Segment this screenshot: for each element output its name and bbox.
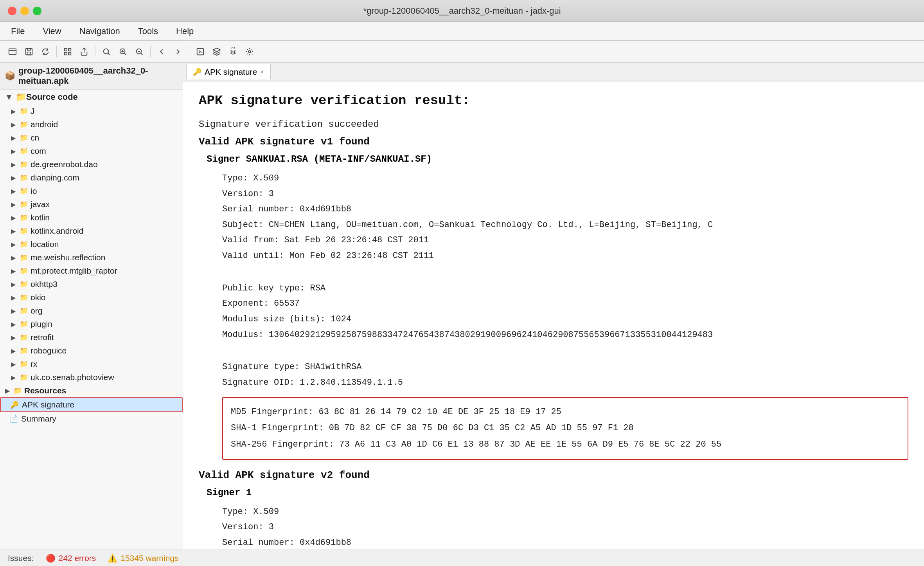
tree-item-roboguice[interactable]: ▶ 📁 roboguice [0,344,183,357]
separator-1 [56,46,57,57]
type-line: Type: X.509 [222,171,908,186]
tree-item-me-weishu[interactable]: ▶ 📁 me.weishu.reflection [0,251,183,264]
sig-oid-line: Signature OID: 1.2.840.113549.1.1.5 [222,375,908,391]
v2-serial-line: Serial number: 0x4d691bb8 [222,535,908,550]
content-title: APK signature verification result: [199,93,908,108]
fingerprint-box: MD5 Fingerprint: 63 8C 81 26 14 79 C2 10… [222,397,908,460]
pubkey-line: Public key type: RSA [222,281,908,296]
zoom-in-button[interactable] [116,45,130,59]
tree-item-okhttp3[interactable]: ▶ 📁 okhttp3 [0,278,183,291]
search-button[interactable] [99,45,113,59]
separator-2 [95,46,95,57]
tree-item-uk-co[interactable]: ▶ 📁 uk.co.senab.photoview [0,371,183,384]
errors-count: 242 errors [59,553,96,563]
tree-item-org[interactable]: ▶ 📁 org [0,304,183,317]
error-icon: 🔴 [46,553,56,563]
svg-point-23 [248,50,251,53]
tree-item-cn[interactable]: ▶ 📁 cn [0,131,183,144]
folder-icon: 📁 [16,92,26,102]
tree-item-dianping[interactable]: ▶ 📁 dianping.com [0,171,183,184]
minimize-button[interactable] [20,7,29,15]
tree-item-kotlinx[interactable]: ▶ 📁 kotlinx.android [0,224,183,238]
warnings-status: ⚠️ 15345 warnings [108,553,178,563]
svg-rect-0 [9,49,16,54]
tree-item-kotlin[interactable]: ▶ 📁 kotlin [0,211,183,224]
tree-item-com[interactable]: ▶ 📁 com [0,144,183,158]
tree-item-rx[interactable]: ▶ 📁 rx [0,357,183,371]
valid-until-line: Valid until: Mon Feb 02 23:26:48 CST 211… [222,248,908,264]
tree-item-J[interactable]: ▶ 📁 J [0,105,183,118]
exponent-line: Exponent: 65537 [222,296,908,312]
tree-item-javax[interactable]: ▶ 📁 javax [0,198,183,211]
menu-help[interactable]: Help [173,25,197,38]
serial-line: Serial number: 0x4d691bb8 [222,202,908,217]
modulus-line: Modulus: 1306402921295925875988334724765… [222,327,908,343]
back-button[interactable] [155,45,169,59]
v2-version-line: Version: 3 [222,519,908,535]
menu-tools[interactable]: Tools [135,25,161,38]
apk-signature-item[interactable]: 🔑 APK signature [0,397,183,412]
svg-line-15 [141,53,142,55]
sig-type-line: Signature type: SHA1withRSA [222,359,908,375]
tree-item-android[interactable]: ▶ 📁 android [0,118,183,131]
refresh-button[interactable] [38,45,52,59]
separator-3 [150,46,151,57]
tree-item-retrofit[interactable]: ▶ 📁 retrofit [0,331,183,344]
save-button[interactable] [22,45,36,59]
menu-navigation[interactable]: Navigation [76,25,123,38]
tab-close-button[interactable]: × [260,68,264,76]
apk-signature-tab[interactable]: 🔑 APK signature × [186,64,271,79]
tree-item-location[interactable]: ▶ 📁 location [0,238,183,251]
summary-item[interactable]: 📄 Summary [0,412,183,425]
tree-item-io[interactable]: ▶ 📁 io [0,184,183,198]
zoom-out-button[interactable] [132,45,146,59]
grid-button[interactable] [61,45,75,59]
decompile-button[interactable] [193,45,207,59]
title-bar: *group-1200060405__aarch32_0-meituan - j… [0,0,924,22]
warnings-count: 15345 warnings [120,553,178,563]
export-button[interactable] [77,45,91,59]
source-code-header[interactable]: ▼ 📁 Source code [0,90,183,105]
window-controls[interactable] [8,7,41,15]
resources-item[interactable]: ▶ 📁 Resources [0,384,183,397]
tree-item-plugin[interactable]: ▶ 📁 plugin [0,317,183,331]
forward-button[interactable] [171,45,185,59]
v2-section: Valid APK signature v2 found Signer 1 Ty… [199,469,908,550]
menu-view[interactable]: View [40,25,64,38]
verification-success-text: Signature verification succeeded [199,119,908,130]
settings-button[interactable] [243,45,257,59]
apk-root-label: group-1200060405__aarch32_0-meituan.apk [18,66,178,86]
signer1-header: Signer 1 [199,487,908,498]
menu-file[interactable]: File [8,25,28,38]
svg-rect-2 [27,52,31,54]
svg-point-8 [104,49,109,54]
open-button[interactable] [5,45,20,59]
left-panel: 📦 group-1200060405__aarch32_0-meituan.ap… [0,63,183,550]
sha256-line: SHA-256 Fingerprint: 73 A6 11 C3 A0 1D C… [231,436,900,453]
tree-item-okio[interactable]: ▶ 📁 okio [0,291,183,304]
right-panel: 🔑 APK signature × APK signature verifica… [183,63,924,550]
toolbar [0,41,924,63]
version-line: Version: 3 [222,186,908,202]
errors-status: 🔴 242 errors [46,553,96,563]
close-button[interactable] [8,7,16,15]
apk-root-item[interactable]: 📦 group-1200060405__aarch32_0-meituan.ap… [0,63,183,90]
tree-item-mt-protect[interactable]: ▶ 📁 mt.protect.mtglib_raptor [0,264,183,278]
main-layout: 📦 group-1200060405__aarch32_0-meituan.ap… [0,63,924,550]
source-code-label: Source code [26,92,78,102]
tree-item-de-greenrobot[interactable]: ▶ 📁 de.greenrobot.dao [0,158,183,171]
bug-button[interactable] [226,45,240,59]
sha1-line: SHA-1 Fingerprint: 0B 7D 82 CF CF 38 75 … [231,420,900,436]
svg-rect-4 [68,48,71,50]
tab-label: APK signature [205,67,257,77]
tabs-bar: 🔑 APK signature × [183,63,924,81]
svg-rect-3 [65,48,67,50]
verification-section: Signature verification succeeded Valid A… [199,119,908,460]
separator-4 [189,46,189,57]
maximize-button[interactable] [33,7,41,15]
signer-header: Signer SANKUAI.RSA (META-INF/SANKUAI.SF) [199,154,908,164]
status-label: Issues: [8,553,34,563]
svg-marker-18 [213,48,220,51]
menu-bar: File View Navigation Tools Help [0,22,924,41]
deobfuscate-button[interactable] [210,45,224,59]
